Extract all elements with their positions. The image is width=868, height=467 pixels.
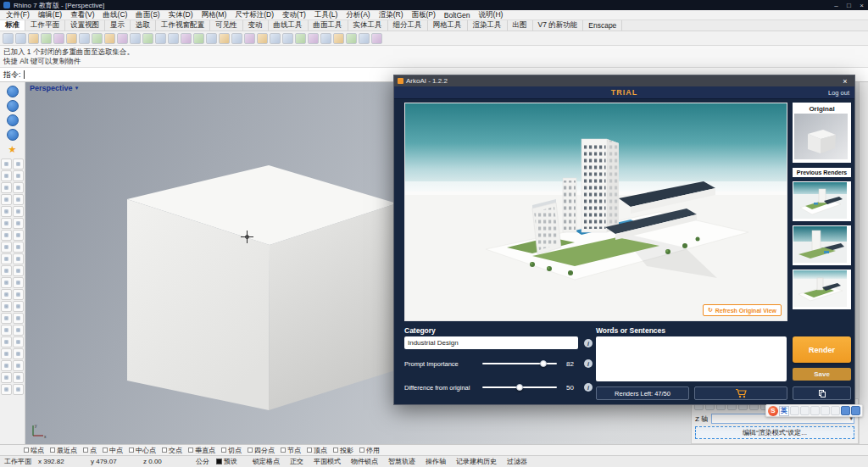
toolbar-tab[interactable]: 显示 [105,20,131,31]
toolbar-tab[interactable]: 网格工具 [428,20,468,31]
menu-item[interactable]: 曲线(C) [99,10,132,20]
osnap-toggle[interactable]: 端点 [24,446,44,455]
osnap-toggle[interactable]: 四分点 [248,446,275,455]
scale-icon[interactable] [308,33,319,44]
toolbox-icon[interactable] [831,406,840,415]
difference-info-icon[interactable]: i [584,383,593,392]
clipboard-icon[interactable] [810,406,820,415]
close-button[interactable]: × [855,2,868,9]
osnap-toggle[interactable]: 交点 [162,446,182,455]
menu-item[interactable]: 渲染(R) [375,10,408,20]
handwriting-icon[interactable] [790,406,799,415]
status-toggle[interactable]: 物件锁点 [351,457,378,466]
checkbox[interactable] [188,448,193,453]
osnap-toggle[interactable]: 顶点 [307,446,327,455]
checkbox[interactable] [359,448,364,453]
maximize-button[interactable]: □ [843,2,855,9]
undo-icon[interactable] [92,33,103,44]
osnap-toggle[interactable]: 停用 [359,446,380,455]
sogou-input-icon[interactable]: S [768,406,778,416]
checkbox[interactable] [307,448,312,453]
delete-icon[interactable] [117,33,128,44]
copy-tool-icon[interactable] [13,325,24,336]
toolbar-tab[interactable]: 变动 [243,20,269,31]
dimension-tool-icon[interactable] [13,360,24,371]
open-file-icon[interactable] [15,33,26,44]
menu-item[interactable]: 变动(T) [278,10,310,20]
checkbox[interactable] [162,448,167,453]
orient-tool-icon[interactable] [1,360,12,371]
paste-icon[interactable] [79,33,90,44]
toolbar-tab[interactable]: 选取 [131,20,156,31]
toolbar-tab[interactable]: 标准 [0,20,25,31]
skin-icon[interactable] [841,406,850,415]
difference-slider[interactable] [482,386,557,388]
render-button[interactable]: Render [793,336,851,363]
slider-knob[interactable] [540,360,547,367]
plane-tool-icon[interactable] [1,230,12,241]
zoom-icon[interactable] [155,33,166,44]
units-label[interactable]: 公分 [196,457,209,466]
category-info-icon[interactable]: i [584,339,593,347]
extrude-tool-icon[interactable] [13,230,24,241]
toolbar-tab[interactable]: 工作视窗配置 [156,20,210,31]
shop-button[interactable] [694,386,787,400]
named-view-icon[interactable] [219,33,230,44]
toolbar-tab[interactable]: 曲线工具 [269,20,309,31]
join-tool-icon[interactable] [1,313,12,324]
chamfer-tool-icon[interactable] [13,289,24,300]
more-icon[interactable] [851,406,860,415]
active-layer-chip[interactable]: 预设 [216,457,237,466]
cut-icon[interactable] [53,33,64,44]
renders-left-button[interactable]: Renders Left: 47/50 [596,386,689,400]
menu-item[interactable]: 分析(A) [342,10,374,20]
mic-icon[interactable] [821,406,830,415]
toolbar-tab[interactable]: Enscape [583,20,622,31]
point-tool-icon[interactable] [1,170,12,181]
status-toggle[interactable]: 过滤器 [507,457,527,466]
text-tool-icon[interactable] [1,218,12,229]
prompt-importance-slider[interactable] [482,363,557,364]
hide-tool-icon[interactable] [1,384,12,395]
checkbox[interactable] [129,448,134,453]
menu-item[interactable]: BoltGen [440,11,475,19]
save-icon[interactable] [28,33,39,44]
previous-render-thumbnail-3[interactable] [793,270,851,309]
menu-item[interactable]: 说明(H) [475,10,508,20]
layer-icon[interactable] [231,33,242,44]
cplane-tool-icon[interactable] [13,372,24,383]
boolean-union-icon[interactable] [1,277,12,288]
object-snap-icon[interactable] [257,33,268,44]
slider-knob[interactable] [516,384,523,391]
cylinder-tool-icon[interactable] [13,265,24,276]
status-toggle[interactable]: 操作轴 [426,457,446,466]
sphere-tool-icon[interactable] [1,265,12,276]
boolean-difference-icon[interactable] [13,277,24,288]
lock-icon[interactable] [359,33,370,44]
shaded-view-icon[interactable] [193,33,204,44]
osnap-toggle[interactable]: 节点 [281,446,301,455]
visibility-icon[interactable] [346,33,357,44]
toolbar-tab[interactable]: V7 的新功能 [533,20,584,31]
original-thumbnail[interactable] [794,114,848,159]
arc-tool-icon[interactable] [1,194,12,205]
walk-view-icon[interactable] [7,114,19,126]
array-tool-icon[interactable] [13,348,24,359]
status-toggle[interactable]: 正交 [290,457,303,466]
curve-tool-icon[interactable] [1,182,12,193]
status-toggle[interactable]: 记录建构历史 [456,457,497,466]
wireframe-view-icon[interactable] [206,33,217,44]
menu-item[interactable]: 编辑(E) [34,10,66,20]
select-tool-icon[interactable] [1,158,12,170]
lasso-select-icon[interactable] [13,158,24,170]
polygon-tool-icon[interactable] [13,206,24,217]
circle-tool-icon[interactable] [13,182,24,193]
rectangle-tool-icon[interactable] [1,206,12,217]
osnap-toggle[interactable]: 投影 [333,446,353,455]
words-textarea[interactable] [596,336,787,381]
edit-render-mode-button[interactable]: 编辑“渲染模式”设定... [695,426,854,439]
group-icon[interactable] [333,33,344,44]
zoom-extents-icon[interactable] [168,33,179,44]
toolbar-tab[interactable]: 渲染工具 [468,20,508,31]
rotate-tool-icon[interactable] [1,336,12,347]
